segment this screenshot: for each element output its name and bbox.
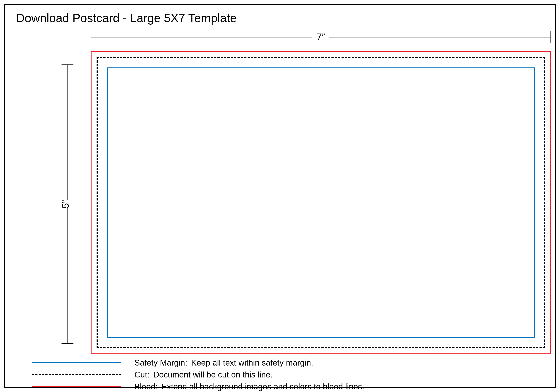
- dimension-width: 7”: [90, 31, 551, 44]
- template-stage: [90, 51, 551, 354]
- legend-text-bleed: Bleed: Extend all background images and …: [134, 382, 364, 391]
- safety-rect: [107, 68, 535, 338]
- page-title: Download Postcard - Large 5X7 Template: [16, 11, 237, 25]
- legend-desc: Keep all text within safety margin.: [191, 358, 313, 367]
- legend-text-safety: Safety Margin: Keep all text within safe…: [134, 358, 313, 367]
- legend-row-safety: Safety Margin: Keep all text within safe…: [32, 357, 364, 368]
- legend: Safety Margin: Keep all text within safe…: [32, 357, 364, 392]
- legend-swatch-cut-icon: [32, 374, 121, 375]
- legend-label: Safety Margin:: [134, 358, 187, 367]
- legend-desc: Document will be cut on this line.: [153, 370, 273, 379]
- dimension-width-label: 7”: [312, 31, 330, 43]
- legend-desc: Extend all background images and colors …: [161, 382, 364, 391]
- legend-label: Bleed:: [134, 382, 158, 391]
- legend-swatch-safety-icon: [32, 362, 121, 363]
- legend-row-cut: Cut: Document will be cut on this line.: [32, 369, 364, 380]
- legend-swatch-bleed-icon: [32, 386, 121, 387]
- dimension-height: 5”: [61, 64, 75, 344]
- legend-text-cut: Cut: Document will be cut on this line.: [134, 370, 273, 379]
- page-frame: Download Postcard - Large 5X7 Template 7…: [4, 4, 556, 388]
- legend-label: Cut:: [134, 370, 150, 379]
- legend-row-bleed: Bleed: Extend all background images and …: [32, 381, 364, 392]
- dimension-height-label: 5”: [55, 200, 76, 208]
